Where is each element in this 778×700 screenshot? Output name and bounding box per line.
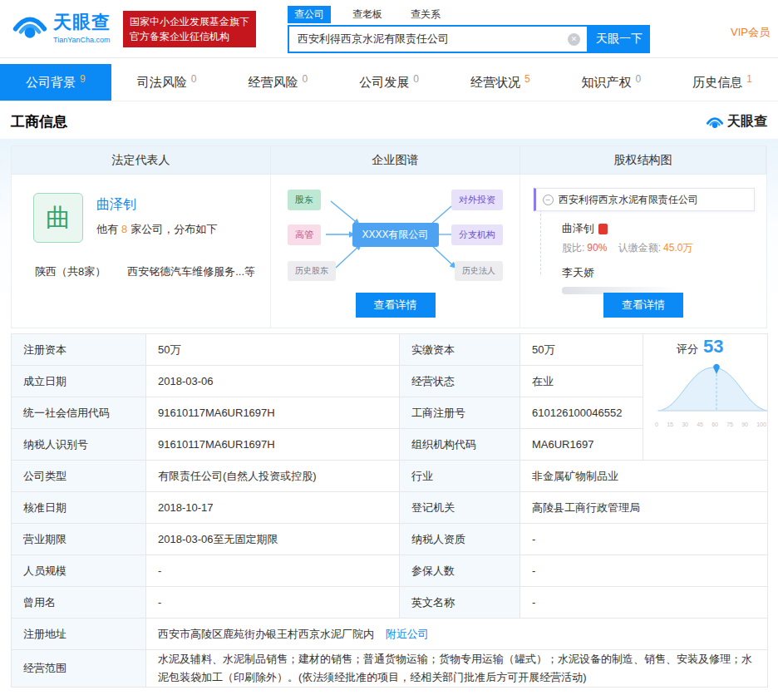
field-label: 纳税人资质 (400, 524, 520, 555)
node-shareholder[interactable]: 股东 (288, 190, 321, 210)
field-value: 非金属矿物制品业 (520, 461, 768, 492)
node-executive[interactable]: 高管 (288, 224, 321, 245)
clear-icon[interactable] (568, 33, 580, 46)
table-row: 核准日期 2018-10-17 登记机关 高陵县工商行政管理局 (12, 492, 768, 524)
field-label: 公司类型 (12, 461, 146, 492)
equity-structure-header: 股权结构图 (520, 146, 766, 175)
legal-rep-header: 法定代表人 (12, 146, 271, 175)
field-label: 登记机关 (400, 492, 520, 524)
field-value: 2018-10-17 (146, 492, 400, 524)
related-company-link[interactable]: 西安铭德汽车维修服务...等 (127, 264, 255, 279)
table-row: 注册地址 西安市高陵区鹿苑街办银王村西京水泥厂院内 附近公司 (12, 619, 768, 650)
site-header: 天眼查 TianYanCha.com 国家中小企业发展基金旗下 官方备案企业征信… (0, 0, 778, 58)
search-tab-relation[interactable]: 查关系 (404, 6, 447, 23)
field-label: 行业 (400, 461, 520, 492)
field-value: 91610117MA6UR1697H (146, 397, 400, 429)
tab-count: 5 (524, 73, 530, 85)
score-axis: 0153045607590100 (655, 421, 766, 427)
search-input[interactable] (289, 27, 587, 52)
tab-count: 0 (302, 73, 308, 85)
node-branch[interactable]: 分支机构 (451, 224, 503, 245)
section-header: 工商信息 天眼查 (0, 101, 778, 139)
tab-history-info[interactable]: 历史信息1 (667, 64, 778, 101)
search-area: 查公司 查老板 查关系 天眼一下 (288, 5, 650, 53)
table-row: 人员规模 - 参保人数 - (12, 555, 768, 587)
vip-link[interactable]: VIP会员 (731, 25, 770, 40)
watermark-text: 天眼查 (727, 113, 767, 131)
node-history-legal[interactable]: 历史法人 (455, 261, 503, 281)
tab-operation-status[interactable]: 经营状况5 (445, 64, 556, 101)
field-value: 50万 (520, 334, 643, 366)
collapse-icon[interactable] (543, 195, 554, 205)
field-value: - (520, 587, 768, 619)
nearby-companies-link[interactable]: 附近公司 (386, 628, 429, 640)
certification-badge: 国家中小企业发展基金旗下 官方备案企业征信机构 (123, 11, 256, 47)
field-value: - (520, 524, 768, 555)
equity-holder-1: 曲泽钊 股比:90% 认缴金额:45.0万 (562, 221, 755, 255)
field-value: 50万 (146, 334, 400, 366)
field-label: 注册地址 (12, 619, 146, 650)
field-label: 人员规模 (12, 555, 146, 587)
equity-detail-button[interactable]: 查看详情 (603, 293, 683, 318)
legal-rep-desc: 他有8家公司，分布如下 (96, 222, 217, 237)
field-label: 成立日期 (12, 366, 146, 397)
field-label: 经营范围 (12, 650, 146, 688)
legal-rep-name-link[interactable]: 曲泽钊 (96, 196, 217, 214)
search-button[interactable]: 天眼一下 (588, 25, 650, 53)
graph-detail-button[interactable]: 查看详情 (356, 293, 436, 318)
tab-count: 1 (746, 73, 752, 85)
field-label: 工商注册号 (400, 397, 520, 429)
field-value: - (146, 587, 400, 619)
tab-company-development[interactable]: 公司发展0 (333, 64, 445, 101)
search-tab-company[interactable]: 查公司 (288, 6, 331, 23)
enterprise-graph-header: 企业图谱 (271, 146, 520, 175)
graph-diagram: 股东 高管 历史股东 XXXX有限公司 对外投资 分支机构 历史法人 (271, 181, 519, 289)
field-label: 统一社会信用代码 (12, 397, 146, 429)
holder-amount: 45.0万 (663, 242, 692, 254)
field-value: 有限责任公司(自然人投资或控股) (146, 461, 400, 492)
field-label: 曾用名 (12, 587, 146, 619)
tab-company-background[interactable]: 公司背景9 (0, 64, 111, 101)
region-distribution: 陕西（共8家） (35, 264, 106, 279)
cert-line2: 官方备案企业征信机构 (130, 29, 249, 44)
tab-judicial-risk[interactable]: 司法风险0 (111, 64, 223, 101)
tab-count: 9 (80, 73, 86, 85)
table-row: 曾用名 - 英文名称 - (12, 587, 768, 619)
field-value: 91610117MA6UR1697H (146, 429, 400, 461)
brand-name: 天眼查 (53, 10, 111, 35)
node-center-company[interactable]: XXXX有限公司 (352, 223, 438, 247)
tianyancha-logo[interactable]: 天眼查 TianYanCha.com (12, 8, 111, 45)
tianyancha-eye-icon (706, 113, 724, 131)
table-row: 注册资本 50万 实缴资本 50万 评分53 0153045607590100 (12, 334, 768, 366)
search-tab-boss[interactable]: 查老板 (346, 6, 389, 23)
tab-count: 0 (413, 73, 419, 85)
company-nav-tabs: 公司背景9 司法风险0 经营风险0 公司发展0 经营状况5 知识产权0 历史信息… (0, 64, 778, 101)
page-title: 工商信息 (11, 112, 67, 131)
table-row: 营业期限 2018-03-06至无固定期限 纳税人资质 - (12, 524, 768, 555)
equity-root-company[interactable]: 西安利得西京水泥有限责任公司 (534, 188, 755, 211)
field-label: 注册资本 (12, 334, 146, 366)
tab-operation-risk[interactable]: 经营风险0 (222, 64, 333, 101)
search-box (288, 25, 588, 53)
field-label: 英文名称 (400, 587, 520, 619)
equity-structure-card: 西安利得西京水泥有限责任公司 曲泽钊 股比:90% 认缴金额:45.0万 (520, 175, 766, 328)
node-investment[interactable]: 对外投资 (451, 190, 503, 210)
legal-rep-card: 曲 曲泽钊 他有8家公司，分布如下 陕西（共8家） 西安铭德汽车维修服务...等 (12, 175, 271, 328)
field-label: 组织机构代码 (400, 429, 520, 461)
field-label: 实缴资本 (400, 334, 520, 366)
field-label: 营业期限 (12, 524, 146, 555)
field-label: 核准日期 (12, 492, 146, 524)
score-distribution-chart (655, 357, 768, 419)
brand-domain: TianYanCha.com (53, 36, 111, 44)
score-value: 53 (703, 336, 723, 357)
tianyancha-eye-icon (12, 8, 48, 45)
seal-icon (598, 224, 608, 234)
tab-count: 0 (636, 73, 642, 85)
score-panel: 评分53 0153045607590100 (643, 334, 768, 461)
equity-holder-2: 李天娇 (562, 265, 755, 294)
avatar[interactable]: 曲 (33, 193, 83, 243)
field-value: MA6UR1697 (520, 429, 643, 461)
holder-name: 曲泽钊 (562, 221, 594, 236)
node-history-shareholder[interactable]: 历史股东 (288, 261, 336, 281)
tab-intellectual-property[interactable]: 知识产权0 (556, 64, 667, 101)
